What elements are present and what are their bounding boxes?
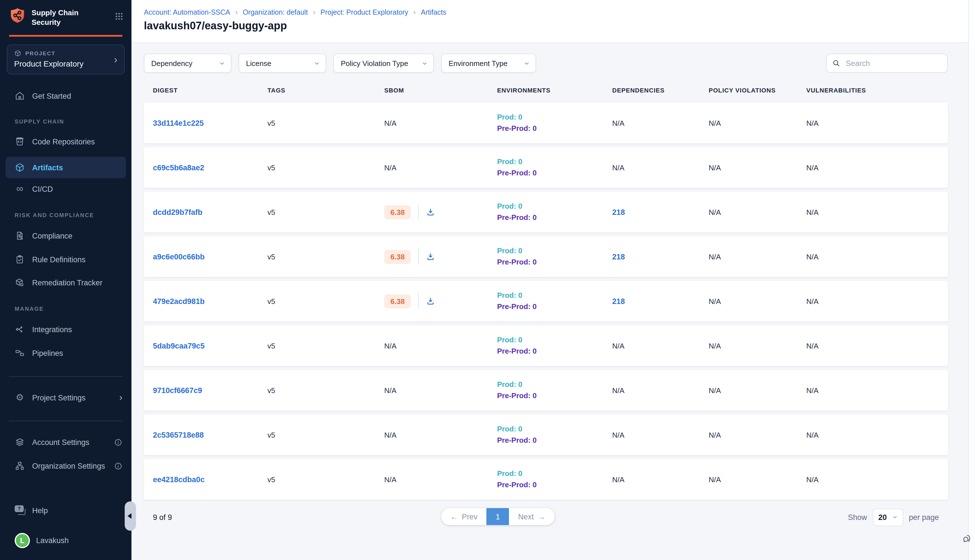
arrow-left-icon: ← (450, 512, 458, 521)
clipboard-check-icon (15, 254, 25, 265)
digest-link[interactable]: c69c5b6a8ae2 (153, 163, 204, 172)
chat-bubbles-icon[interactable] (961, 533, 972, 544)
digest-link[interactable]: dcdd29b7fafb (153, 208, 202, 217)
sidebar-item-organization-settings[interactable]: Organization Settings (0, 458, 132, 474)
page-number-button[interactable]: 1 (487, 508, 509, 525)
sidebar-item-code-repositories[interactable]: Code Repositories (0, 134, 132, 150)
sidebar-item-remediation-tracker[interactable]: Remediation Tracker (0, 275, 132, 290)
breadcrumb-organization-link[interactable]: Organization: default (243, 8, 308, 16)
sidebar-item-rule-definitions[interactable]: Rule Definitions (0, 252, 132, 267)
dependencies-link[interactable]: 218 (612, 253, 625, 261)
column-header-vulnerabilities: VULNERABILITIES (806, 87, 948, 93)
env-prod: Prod: 0 (497, 245, 612, 257)
next-page-button[interactable]: Next → (509, 508, 555, 525)
env-preprod: Pre-Prod: 0 (497, 390, 612, 402)
search-input[interactable] (845, 58, 942, 68)
tag-value: v5 (267, 163, 384, 172)
gear-icon: ⚙ (15, 393, 25, 402)
sidebar-item-project-settings[interactable]: ⚙ Project Settings › (0, 390, 132, 405)
breadcrumb-project-link[interactable]: Project: Product Exploratory (321, 8, 408, 16)
page-size-value: 20 (878, 513, 887, 522)
sidebar-divider (9, 376, 122, 377)
env-preprod: Pre-Prod: 0 (497, 123, 612, 134)
prev-page-button[interactable]: ← Prev (441, 508, 487, 525)
environments-cell: Prod: 0 Pre-Prod: 0 (497, 290, 612, 313)
column-header-policy-violations: POLICY VIOLATIONS (709, 87, 806, 93)
env-prod: Prod: 0 (497, 290, 612, 301)
filter-policy-violation-type[interactable]: Policy Violation Type (334, 53, 434, 73)
project-selector[interactable]: PROJECT Product Exploratory › (7, 45, 125, 75)
sidebar-item-help[interactable]: ? Help (0, 502, 132, 518)
sbom-cell: 6.38 (384, 204, 497, 220)
tag-value: v5 (267, 119, 384, 127)
sbom-score-badge: 6.38 (384, 205, 411, 219)
sbom-value: N/A (384, 119, 497, 127)
org-chart-icon (15, 461, 25, 471)
vulnerabilities-value: N/A (806, 386, 948, 395)
policy-violations-value: N/A (709, 430, 806, 439)
tag-value: v5 (267, 342, 384, 350)
filter-license[interactable]: License (239, 53, 326, 73)
sbom-value: N/A (384, 386, 497, 395)
sidebar-item-pipelines[interactable]: Pipelines (0, 345, 132, 361)
section-supply-chain: SUPPLY CHAIN (15, 118, 64, 125)
sidebar-collapse-handle[interactable] (125, 502, 136, 531)
page-title: lavakush07/easy-buggy-app (144, 20, 287, 32)
page-size-select[interactable]: 20 (873, 508, 903, 526)
app-logo-row: Supply Chain Security (9, 7, 124, 28)
sidebar-item-integrations[interactable]: Integrations (0, 322, 132, 337)
filter-dependency[interactable]: Dependency (144, 53, 231, 73)
sidebar-user[interactable]: L Lavakush (0, 532, 132, 548)
sidebar-item-artifacts[interactable]: Artifacts (6, 157, 126, 178)
sbom-cell: 6.38 (384, 249, 497, 265)
dependencies-link[interactable]: 218 (612, 297, 625, 306)
sidebar-item-label: Compliance (32, 232, 72, 240)
digest-link[interactable]: 33d114e1c225 (153, 119, 204, 127)
page-size-control: Show 20 per page (848, 508, 939, 526)
digest-link[interactable]: 5dab9caa79c5 (153, 342, 205, 350)
info-circle-icon[interactable] (114, 438, 122, 447)
sidebar-item-label: Project Settings (32, 393, 85, 402)
env-preprod: Pre-Prod: 0 (497, 167, 612, 179)
environments-cell: Prod: 0 Pre-Prod: 0 (497, 245, 612, 268)
code-repository-icon (15, 137, 25, 147)
env-prod: Prod: 0 (497, 201, 612, 212)
dependencies-value: N/A (612, 342, 709, 350)
home-icon (15, 91, 25, 101)
breadcrumb-account-link[interactable]: Account: Automation-SSCA (144, 8, 230, 16)
sidebar-item-get-started[interactable]: Get Started (0, 88, 132, 104)
sidebar-item-compliance[interactable]: Compliance (0, 228, 132, 243)
dependencies-value: N/A (612, 475, 709, 483)
info-circle-icon[interactable] (114, 462, 122, 470)
download-sbom-button[interactable] (426, 208, 435, 217)
sbom-value: N/A (384, 163, 497, 172)
environments-cell: Prod: 0 Pre-Prod: 0 (497, 156, 612, 179)
per-page-label: per page (909, 513, 939, 522)
dependencies-value: N/A (612, 430, 709, 439)
filter-environment-type[interactable]: Environment Type (441, 53, 536, 73)
table-body: 33d114e1c225 v5 N/A Prod: 0 Pre-Prod: 0 … (144, 103, 948, 500)
digest-link[interactable]: a9c6e00c66bb (153, 253, 205, 261)
table-row: ee4218cdba0c v5 N/A Prod: 0 Pre-Prod: 0 … (144, 459, 948, 500)
digest-link[interactable]: 9710cf6667c9 (153, 386, 202, 395)
sidebar-item-cicd[interactable]: ∞ CI/CD (0, 181, 132, 197)
breadcrumb-artifacts-link[interactable]: Artifacts (421, 8, 446, 16)
digest-link[interactable]: 2c5365718e88 (153, 431, 204, 439)
scrollbar-track[interactable] (968, 0, 975, 560)
apps-grid-icon[interactable] (115, 7, 124, 21)
download-sbom-button[interactable] (426, 252, 435, 261)
app-root: Supply Chain Security PROJECT (0, 0, 975, 560)
digest-link[interactable]: 479e2acd981b (153, 297, 205, 306)
dependencies-link[interactable]: 218 (612, 208, 625, 217)
filters-row: Dependency License Policy Violation Type… (144, 53, 948, 73)
show-label: Show (848, 513, 867, 522)
digest-link[interactable]: ee4218cdba0c (153, 475, 205, 484)
download-sbom-button[interactable] (426, 297, 435, 306)
table-header-row: DIGEST TAGS SBOM ENVIRONMENTS DEPENDENCI… (144, 85, 948, 95)
layers-icon (15, 437, 25, 447)
table-row: 479e2acd981b v5 6.38 Prod: 0 Pre-Prod: 0… (144, 281, 948, 322)
main-content: Account: Automation-SSCA › Organization:… (132, 0, 975, 560)
sidebar-item-account-settings[interactable]: Account Settings (0, 434, 132, 450)
environments-cell: Prod: 0 Pre-Prod: 0 (497, 112, 612, 135)
env-preprod: Pre-Prod: 0 (497, 346, 612, 357)
